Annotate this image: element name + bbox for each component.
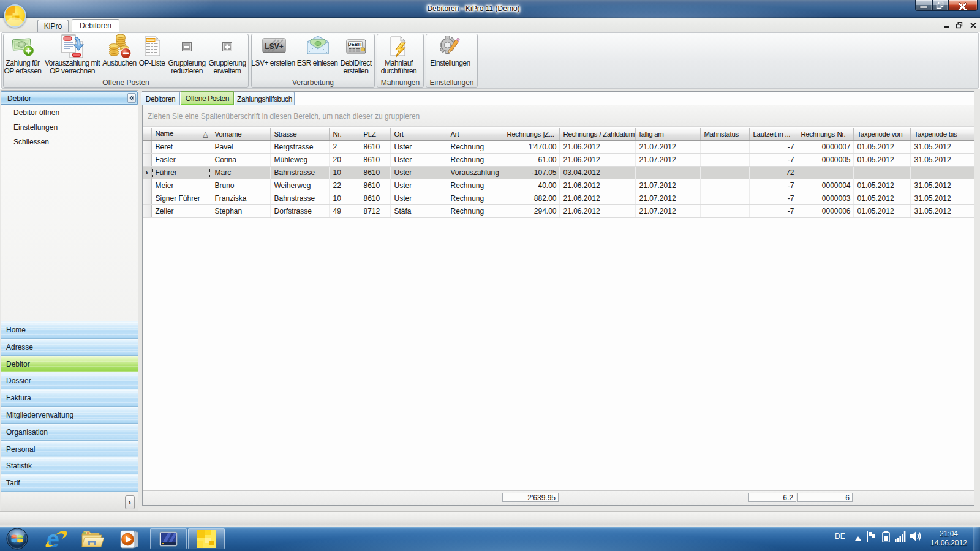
svg-text:DEBIT: DEBIT — [348, 42, 363, 47]
svg-text:LSV+: LSV+ — [265, 42, 283, 51]
